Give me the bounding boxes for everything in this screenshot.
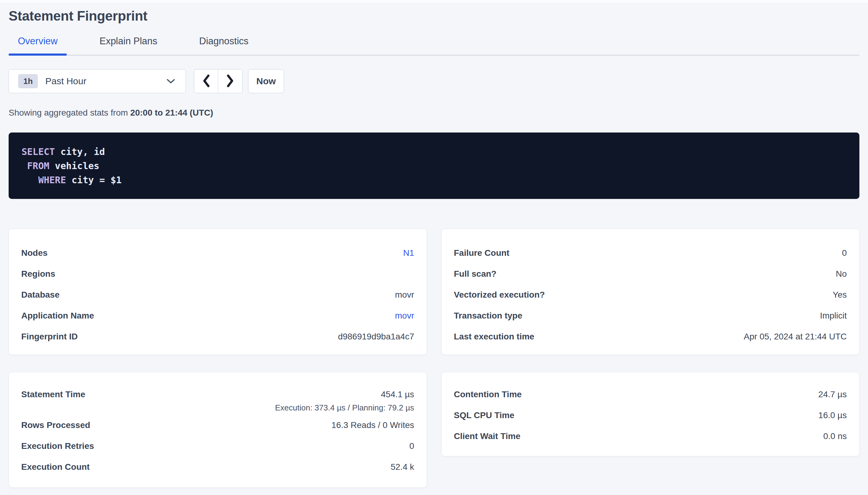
tab-explain-plans[interactable]: Explain Plans xyxy=(90,36,166,55)
sql-text: city, id xyxy=(55,146,105,157)
aggregation-note-range: 20:00 to 21:44 (UTC) xyxy=(130,108,213,117)
sql-indent xyxy=(21,160,27,171)
interval-badge: 1h xyxy=(18,74,38,88)
tab-bar: Overview Explain Plans Diagnostics xyxy=(9,36,859,56)
row-label: Fingerprint ID xyxy=(21,332,78,342)
summary-cards-row-1: Nodes N1 Regions Database movr Applicati… xyxy=(9,229,859,355)
row-full-scan: Full scan? No xyxy=(454,269,847,290)
row-label: Full scan? xyxy=(454,269,496,279)
sql-text: vehicles xyxy=(49,160,99,171)
failure-count-value: 0 xyxy=(842,248,847,258)
row-execution-count: Execution Count 52.4 k xyxy=(21,462,414,473)
row-label: Failure Count xyxy=(454,248,509,258)
application-name-link[interactable]: movr xyxy=(395,311,414,321)
row-statement-time: Statement Time 454.1 µs Execution: 373.4… xyxy=(21,390,414,420)
row-nodes: Nodes N1 xyxy=(21,248,414,269)
sql-cpu-time-value: 16.0 µs xyxy=(818,410,847,420)
row-label: Contention Time xyxy=(454,390,522,399)
row-label: Statement Time xyxy=(21,390,85,399)
database-value: movr xyxy=(395,290,414,300)
row-database: Database movr xyxy=(21,290,414,311)
row-failure-count: Failure Count 0 xyxy=(454,248,847,269)
now-button[interactable]: Now xyxy=(248,69,284,93)
aggregation-note-prefix: Showing aggregated stats from xyxy=(9,108,130,117)
sql-keyword: SELECT xyxy=(21,146,55,157)
statement-time-breakdown: Execution: 373.4 µs / Planning: 79.2 µs xyxy=(275,403,414,413)
time-step-buttons xyxy=(194,69,243,93)
row-sql-cpu-time: SQL CPU Time 16.0 µs xyxy=(454,410,847,431)
row-label: Database xyxy=(21,290,60,300)
sql-text: city = $1 xyxy=(66,175,122,185)
row-application-name: Application Name movr xyxy=(21,311,414,332)
client-wait-time-value: 0.0 ns xyxy=(823,431,847,441)
resource-usage-card: Contention Time 24.7 µs SQL CPU Time 16.… xyxy=(441,372,860,456)
row-label: Execution Count xyxy=(21,462,89,472)
chevron-down-icon xyxy=(166,79,175,84)
execution-retries-value: 0 xyxy=(409,441,414,451)
row-regions: Regions xyxy=(21,269,414,290)
timing-card: Statement Time 454.1 µs Execution: 373.4… xyxy=(9,372,427,488)
details-card: Nodes N1 Regions Database movr Applicati… xyxy=(9,229,427,355)
time-range-picker[interactable]: 1h Past Hour xyxy=(9,69,186,93)
tab-diagnostics[interactable]: Diagnostics xyxy=(190,36,258,55)
full-scan-value: No xyxy=(836,269,847,279)
sql-indent xyxy=(21,175,38,185)
row-label: Vectorized execution? xyxy=(454,290,545,300)
chevron-left-icon xyxy=(202,74,211,89)
sql-keyword: FROM xyxy=(27,160,49,171)
row-label: Regions xyxy=(21,269,55,279)
aggregation-note: Showing aggregated stats from 20:00 to 2… xyxy=(9,108,859,118)
row-last-execution-time: Last execution time Apr 05, 2024 at 21:4… xyxy=(454,332,847,342)
statement-time-values: 454.1 µs Execution: 373.4 µs / Planning:… xyxy=(275,390,414,413)
row-label: Client Wait Time xyxy=(454,431,521,441)
row-rows-processed: Rows Processed 16.3 Reads / 0 Writes xyxy=(21,420,414,441)
row-fingerprint-id: Fingerprint ID d986919d9ba1a4c7 xyxy=(21,332,414,342)
rows-processed-value: 16.3 Reads / 0 Writes xyxy=(331,420,414,430)
row-vectorized-execution: Vectorized execution? Yes xyxy=(454,290,847,311)
transaction-type-value: Implicit xyxy=(820,311,847,321)
row-client-wait-time: Client Wait Time 0.0 ns xyxy=(454,431,847,442)
row-execution-retries: Execution Retries 0 xyxy=(21,441,414,462)
row-label: Application Name xyxy=(21,311,94,321)
row-label: Nodes xyxy=(21,248,48,258)
execution-count-value: 52.4 k xyxy=(391,462,414,472)
statement-fingerprint-page: Statement Fingerprint Overview Explain P… xyxy=(0,7,868,488)
page-title: Statement Fingerprint xyxy=(9,7,859,24)
tab-overview[interactable]: Overview xyxy=(9,36,67,55)
top-strip xyxy=(0,0,868,2)
fingerprint-id-value: d986919d9ba1a4c7 xyxy=(338,332,414,342)
summary-cards-row-2: Statement Time 454.1 µs Execution: 373.4… xyxy=(9,372,859,488)
previous-time-button[interactable] xyxy=(194,69,218,93)
last-execution-time-value: Apr 05, 2024 at 21:44 UTC xyxy=(744,332,847,342)
time-controls: 1h Past Hour xyxy=(9,69,859,93)
row-label: Execution Retries xyxy=(21,441,94,451)
statement-time-value: 454.1 µs xyxy=(381,390,414,399)
sql-keyword: WHERE xyxy=(38,175,66,185)
time-range-label: Past Hour xyxy=(45,76,86,86)
contention-time-value: 24.7 µs xyxy=(818,390,847,399)
chevron-right-icon xyxy=(226,74,235,89)
row-transaction-type: Transaction type Implicit xyxy=(454,311,847,332)
row-label: SQL CPU Time xyxy=(454,410,515,420)
execution-attributes-card: Failure Count 0 Full scan? No Vectorized… xyxy=(441,229,860,355)
vectorized-execution-value: Yes xyxy=(833,290,847,300)
row-label: Transaction type xyxy=(454,311,523,321)
sql-statement-box: SELECT city, id FROM vehicles WHERE city… xyxy=(9,133,859,199)
row-label: Rows Processed xyxy=(21,420,90,430)
next-time-button[interactable] xyxy=(218,69,242,93)
row-label: Last execution time xyxy=(454,332,534,342)
row-contention-time: Contention Time 24.7 µs xyxy=(454,390,847,410)
nodes-link[interactable]: N1 xyxy=(403,248,414,258)
